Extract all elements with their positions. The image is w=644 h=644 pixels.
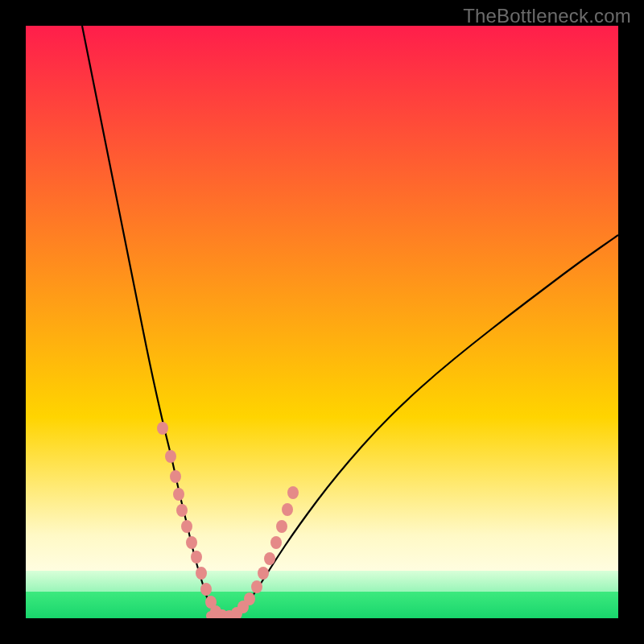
- curve-right-curve: [229, 235, 618, 617]
- watermark-text: TheBottleneck.com: [463, 5, 631, 27]
- marker-bead: [276, 520, 287, 533]
- marker-bead: [165, 450, 176, 463]
- marker-bead: [173, 488, 184, 501]
- marker-bead: [251, 580, 262, 593]
- marker-bead: [157, 422, 168, 435]
- curve-left-curve: [82, 26, 229, 617]
- marker-bead: [191, 551, 202, 564]
- plot-svg: [26, 26, 618, 618]
- marker-bead: [200, 583, 212, 596]
- plot-frame: [26, 26, 618, 618]
- marker-bead: [282, 503, 293, 516]
- marker-bead: [186, 536, 197, 549]
- marker-bead: [264, 552, 275, 565]
- marker-bead: [170, 470, 181, 483]
- marker-bead: [270, 536, 282, 549]
- marker-bead: [196, 567, 207, 580]
- marker-bead: [258, 567, 269, 580]
- marker-bead: [176, 504, 188, 517]
- marker-bead: [244, 592, 255, 605]
- marker-bead: [181, 520, 192, 533]
- marker-bead: [287, 486, 299, 499]
